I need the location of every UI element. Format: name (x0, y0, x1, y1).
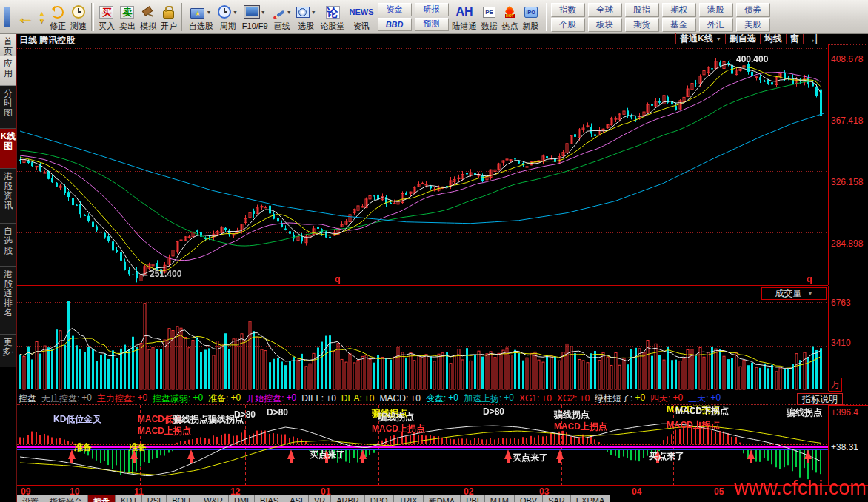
kline-type-dropdown[interactable]: 普通K线 ▼ (676, 34, 726, 44)
forum-button[interactable]: 论论股堂 (318, 1, 347, 33)
indicator-tab-MTM[interactable]: MTM (485, 495, 515, 502)
period-button[interactable]: ▼周期 (216, 1, 240, 33)
indicator-tab-OBV[interactable]: OBV (515, 495, 543, 502)
market-button-期货[interactable]: 期货 (625, 18, 659, 32)
stock-picker-icon (296, 7, 310, 18)
fund-bbd-button-1[interactable]: BBD (378, 18, 412, 31)
next-page-arrow-icon[interactable]: →▏ (804, 34, 827, 44)
market-button-期权[interactable]: 期权 (662, 3, 696, 17)
market-button-外汇[interactable]: 外汇 (699, 18, 733, 32)
market-button-全球[interactable]: 全球 (588, 3, 622, 17)
pe-data-button[interactable]: PE数据 (479, 1, 500, 33)
indicator-tab-BOLL[interactable]: BOLL (167, 495, 198, 502)
indicator-tab-控盘[interactable]: 控盘 (88, 495, 116, 502)
indicator-tab-BIAS[interactable]: BIAS (255, 495, 284, 502)
ipo-button[interactable]: IPO新股 (521, 1, 541, 33)
buy-icon: 买 (99, 6, 113, 19)
simulate-button[interactable]: 模拟 (138, 1, 158, 33)
indicator-tab-EXPMA[interactable]: EXPMA (571, 495, 611, 502)
volume-selector-label: 成交量 (775, 287, 802, 300)
ah-connect-button[interactable]: AH陆港通 (450, 1, 479, 33)
market-button-板块[interactable]: 板块 (588, 18, 622, 32)
speed-test-label: 测速 (70, 21, 87, 31)
hot-button[interactable]: HOT热点 (500, 1, 521, 33)
forum-icon: 论 (326, 6, 340, 19)
remove-watchlist-button[interactable]: 删自选 (726, 34, 761, 44)
nav-arrows-button[interactable]: ▲▼ (36, 1, 47, 33)
indicator-tab-W&R[interactable]: W&R (198, 495, 229, 502)
market-button-债券[interactable]: 债券 (736, 3, 770, 17)
market-button-港股[interactable]: 港股 (699, 3, 733, 17)
status-segment: 变盘:+0 (426, 392, 458, 405)
speed-test-button[interactable]: 测速 (68, 1, 89, 33)
f10-button[interactable]: ▼F10/F9 (240, 1, 270, 33)
back-icon: ← (16, 9, 34, 25)
market-button-美股[interactable]: 美股 (736, 18, 770, 32)
indicator-tab-指标平台[interactable]: 指标平台 (44, 495, 88, 502)
market-button-个股[interactable]: 个股 (551, 18, 585, 32)
simulate-icon (141, 7, 154, 18)
sidebar-item-4[interactable]: 港股资讯 (0, 169, 16, 224)
market-button-股指[interactable]: 股指 (625, 3, 659, 17)
toolbar-separator (91, 3, 94, 31)
draw-line-button[interactable]: ▼画线 (270, 1, 294, 33)
indicator-tab-ARBR[interactable]: ARBR (331, 495, 365, 502)
fund-bbd-buttons: 资金BBD (378, 3, 412, 31)
fund-bbd-button-0[interactable]: 资金 (378, 3, 412, 16)
kline-chart-canvas[interactable] (17, 44, 828, 285)
ipo-icon: IPO (524, 7, 538, 18)
volume-chart-canvas[interactable] (17, 286, 828, 391)
report-forecast-button-0[interactable]: 研报 (415, 3, 449, 16)
indicator-tab-KDJ[interactable]: KDJ (116, 495, 142, 502)
chevron-down-icon: ▼ (716, 36, 721, 41)
window-button[interactable]: 窗 (787, 34, 804, 44)
indicator-chart-canvas[interactable] (17, 405, 828, 485)
open-account-button[interactable]: 开户 (158, 1, 179, 33)
left-sidebar: 首页应用分时图K线图港股资讯自选股港股通排名更多· (0, 34, 16, 502)
chevron-down-icon: ▼ (808, 291, 813, 296)
status-segment: 主力控盘:+0 (97, 392, 147, 405)
market-button-指数[interactable]: 指数 (551, 3, 585, 17)
market-button-基金[interactable]: 基金 (662, 18, 696, 32)
sidebar-item-7[interactable]: 更多· (0, 335, 16, 367)
indicator-tab-SAR[interactable]: SAR (543, 495, 571, 502)
back-button[interactable]: ← (14, 1, 36, 33)
indicator-tab-DMI[interactable]: DMI (229, 495, 255, 502)
window-button[interactable] (0, 1, 14, 33)
indicator-axis-zero: +38.31 (831, 442, 858, 452)
watchlist-icon: ★ (190, 8, 204, 19)
status-segment: XG2:+0 (557, 393, 590, 404)
indicator-tab-PBI[interactable]: PBI (461, 495, 485, 502)
indicator-tab-设置[interactable]: 设置 (17, 495, 44, 502)
sidebar-item-5[interactable]: 自选股 (0, 224, 16, 267)
sidebar-item-2[interactable]: 分时图 (0, 86, 16, 129)
sidebar-item-3[interactable]: K线图 (0, 129, 16, 169)
report-forecast-button-1[interactable]: 预测 (415, 18, 449, 31)
indicator-help-button[interactable]: 指标说明 (797, 393, 843, 405)
sidebar-item-1[interactable]: 应用 (0, 56, 16, 86)
sell-button[interactable]: 卖卖出 (117, 1, 138, 33)
indicator-tab-RSI[interactable]: RSI (142, 495, 167, 502)
status-segment: 绿柱短了:+0 (595, 392, 645, 405)
stock-picker-button[interactable]: ▼选股 (294, 1, 318, 33)
nav-arrows-icon: ▲▼ (39, 10, 45, 24)
indicator-tab-DPO[interactable]: DPO (365, 495, 394, 502)
draw-line-label: 画线 (274, 21, 290, 31)
correction-button[interactable]: 修正 (47, 1, 68, 33)
news-button[interactable]: NEWS资讯 (347, 1, 376, 33)
indicator-tab-ASI[interactable]: ASI (284, 495, 309, 502)
watchlist-button[interactable]: ★▼自选股 (187, 1, 216, 33)
sidebar-item-0[interactable]: 首页 (0, 34, 16, 56)
ma-toggle-button[interactable]: 均线 (761, 34, 787, 44)
pe-data-icon: PE (483, 7, 495, 18)
sidebar-item-6[interactable]: 港股通排名 (0, 267, 16, 335)
buy-button[interactable]: 买买入 (96, 1, 117, 33)
indicator-tab-TRIX[interactable]: TRIX (394, 495, 424, 502)
volume-indicator-dropdown[interactable]: 成交量 ▼ (761, 287, 827, 300)
indicator-tab-新DMA[interactable]: 新DMA (424, 495, 461, 502)
indicator-tab-VR[interactable]: VR (309, 495, 331, 502)
status-segment: 开始控盘:+0 (246, 392, 296, 405)
main-toolbar: ←▲▼修正测速买买入卖卖出模拟开户★▼自选股▼周期▼F10/F9▼画线▼选股论论… (0, 0, 868, 34)
status-segment: 四天:+0 (650, 392, 683, 405)
price-axis-label: 408.678 (831, 54, 863, 64)
